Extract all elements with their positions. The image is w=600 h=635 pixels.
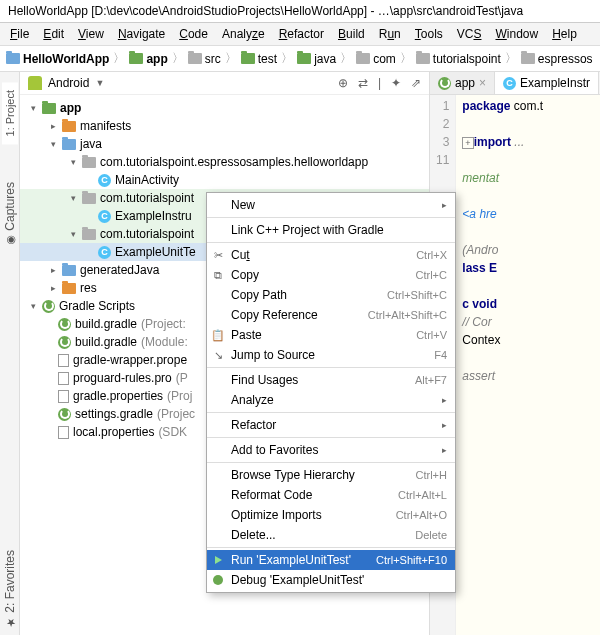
gradle-icon — [58, 336, 71, 349]
window-titlebar: HelloWorldApp [D:\dev\code\AndroidStudio… — [0, 0, 600, 23]
breadcrumb-label: HelloWorldApp — [23, 52, 109, 66]
hide-icon[interactable]: ⇗ — [411, 76, 421, 90]
menu-code[interactable]: Code — [173, 25, 214, 43]
chevron-down-icon: ▾ — [68, 193, 78, 203]
breadcrumb-item[interactable]: java — [297, 52, 336, 66]
menu-refactor[interactable]: Refactor — [273, 25, 330, 43]
menu-jump-to-source[interactable]: ↘Jump to SourceF4 — [207, 345, 455, 365]
gradle-icon — [438, 77, 451, 90]
submenu-arrow-icon: ▸ — [442, 395, 447, 405]
tree-label-dim: (SDK — [158, 425, 187, 439]
breadcrumb-label: test — [258, 52, 277, 66]
menu-navigate[interactable]: Navigate — [112, 25, 171, 43]
menu-analyze[interactable]: Analyze — [216, 25, 271, 43]
gradle-icon — [42, 300, 55, 313]
breadcrumb-root[interactable]: HelloWorldApp — [6, 52, 109, 66]
tree-label: manifests — [80, 119, 131, 133]
tree-node-app[interactable]: ▾app — [20, 99, 429, 117]
breadcrumb-item[interactable]: src — [188, 52, 221, 66]
tree-label: proguard-rules.pro — [73, 371, 172, 385]
tree-node-java[interactable]: ▾java — [20, 135, 429, 153]
chevron-right-icon: 〉 — [400, 50, 412, 67]
menu-view[interactable]: View — [72, 25, 110, 43]
tree-label: settings.gradle — [75, 407, 153, 421]
tab-project[interactable]: 1: Project — [2, 82, 18, 144]
breadcrumb-item[interactable]: app — [129, 52, 167, 66]
tree-mode-label[interactable]: Android — [48, 76, 89, 90]
menu-delete[interactable]: Delete...Delete — [207, 525, 455, 545]
menu-build[interactable]: Build — [332, 25, 371, 43]
tree-label: local.properties — [73, 425, 154, 439]
menu-new[interactable]: New▸ — [207, 195, 455, 215]
chevron-down-icon: ▾ — [68, 229, 78, 239]
tree-node-class[interactable]: CMainActivity — [20, 171, 429, 189]
editor-tab-instr[interactable]: CExampleInstr — [495, 72, 599, 94]
menu-optimize-imports[interactable]: Optimize ImportsCtrl+Alt+O — [207, 505, 455, 525]
menu-debug[interactable]: Debug 'ExampleUnitTest' — [207, 570, 455, 590]
breadcrumb-item[interactable]: com — [356, 52, 396, 66]
tree-label: ExampleInstru — [115, 209, 192, 223]
close-icon[interactable]: × — [479, 76, 486, 90]
menu-refactor[interactable]: Refactor▸ — [207, 415, 455, 435]
line-number: 3 — [436, 135, 449, 153]
menu-separator — [207, 437, 455, 438]
tree-label-dim: (Module: — [141, 335, 188, 349]
code-area[interactable]: package com.t +import ... mentat <a hre … — [456, 95, 600, 635]
menu-paste[interactable]: 📋PasteCtrl+V — [207, 325, 455, 345]
context-menu: New▸ Link C++ Project with Gradle ✂CutCt… — [206, 192, 456, 593]
menu-file[interactable]: File — [4, 25, 35, 43]
class-icon: C — [98, 174, 111, 187]
target-icon[interactable]: ⊕ — [338, 76, 348, 90]
dropdown-icon[interactable]: ▼ — [95, 78, 104, 88]
menu-help[interactable]: Help — [546, 25, 583, 43]
menu-cut[interactable]: ✂CutCtrl+X — [207, 245, 455, 265]
folder-icon — [6, 53, 20, 64]
breadcrumb-item[interactable]: espressos — [521, 52, 593, 66]
chevron-down-icon: ▾ — [28, 301, 38, 311]
tree-node-package[interactable]: ▾com.tutorialspoint.espressosamples.hell… — [20, 153, 429, 171]
tree-label-dim: (Projec — [157, 407, 195, 421]
debug-icon — [211, 573, 225, 587]
menu-window[interactable]: Window — [489, 25, 544, 43]
menu-tools[interactable]: Tools — [409, 25, 449, 43]
folder-icon — [241, 53, 255, 64]
menu-reformat-code[interactable]: Reformat CodeCtrl+Alt+L — [207, 485, 455, 505]
menu-separator — [207, 462, 455, 463]
android-icon — [28, 76, 42, 90]
collapse-icon[interactable]: ⇄ — [358, 76, 368, 90]
breadcrumb-item[interactable]: tutorialspoint — [416, 52, 501, 66]
editor-tab-app[interactable]: app× — [430, 72, 495, 94]
package-icon — [82, 193, 96, 204]
menu-run[interactable]: Run — [373, 25, 407, 43]
menu-link-cpp[interactable]: Link C++ Project with Gradle — [207, 220, 455, 240]
breadcrumb-label: com — [373, 52, 396, 66]
copy-icon: ⧉ — [211, 268, 225, 282]
line-number: 2 — [436, 117, 449, 135]
menu-vcs[interactable]: VCS — [451, 25, 488, 43]
gear-icon[interactable]: ✦ — [391, 76, 401, 90]
menu-run[interactable]: Run 'ExampleUnitTest'Ctrl+Shift+F10 — [207, 550, 455, 570]
menu-copy[interactable]: ⧉CopyCtrl+C — [207, 265, 455, 285]
tab-favorites[interactable]: ★ 2: Favorites — [1, 542, 19, 635]
tree-label: gradle-wrapper.prope — [73, 353, 187, 367]
menu-analyze[interactable]: Analyze▸ — [207, 390, 455, 410]
tree-node-manifests[interactable]: ▸manifests — [20, 117, 429, 135]
fold-icon[interactable]: + — [462, 137, 473, 149]
menu-copy-path[interactable]: Copy PathCtrl+Shift+C — [207, 285, 455, 305]
shortcut: Ctrl+H — [416, 469, 447, 481]
gradle-icon — [58, 318, 71, 331]
shortcut: Ctrl+C — [416, 269, 447, 281]
shortcut: Ctrl+Alt+L — [398, 489, 447, 501]
chevron-down-icon: ▾ — [28, 103, 38, 113]
folder-icon — [356, 53, 370, 64]
tree-label: gradle.properties — [73, 389, 163, 403]
chevron-right-icon: ▸ — [48, 283, 58, 293]
breadcrumb-item[interactable]: test — [241, 52, 277, 66]
tab-captures[interactable]: ◉ Captures — [1, 174, 19, 255]
menu-add-to-favorites[interactable]: Add to Favorites▸ — [207, 440, 455, 460]
menu-browse-type-hierarchy[interactable]: Browse Type HierarchyCtrl+H — [207, 465, 455, 485]
menu-find-usages[interactable]: Find UsagesAlt+F7 — [207, 370, 455, 390]
shortcut: Alt+F7 — [415, 374, 447, 386]
menu-copy-reference[interactable]: Copy ReferenceCtrl+Alt+Shift+C — [207, 305, 455, 325]
menu-edit[interactable]: Edit — [37, 25, 70, 43]
